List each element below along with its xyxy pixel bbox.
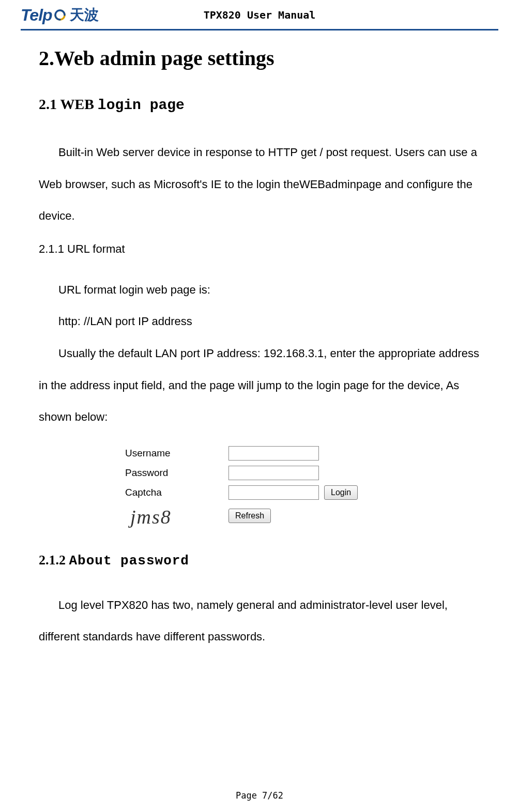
form-row-captcha: Captcha Login: [125, 485, 394, 500]
form-row-username: Username: [125, 446, 394, 461]
heading-212-mono: About password: [69, 553, 189, 569]
logo-text-main: Telp: [21, 6, 52, 25]
heading-2-1-mono: login page: [98, 97, 185, 113]
section-212: 2.1.2 About password Log level TPX820 ha…: [39, 553, 480, 653]
page-header: Telp 天波 TPX820 User Manual: [0, 0, 519, 29]
heading-212-prefix: 2.1.2: [39, 553, 69, 568]
header-title: TPX820 User Manual: [204, 9, 316, 21]
captcha-input[interactable]: [228, 485, 319, 500]
captcha-label: Captcha: [125, 487, 228, 498]
paragraph-url-2: http: //LAN port IP address: [39, 305, 480, 338]
form-row-password: Password: [125, 466, 394, 480]
login-form-screenshot: Username Password Captcha Login jms8 Ref…: [125, 446, 394, 527]
heading-2-1-prefix: 2.1 WEB: [39, 96, 98, 112]
heading-212: 2.1.2 About password: [39, 553, 480, 569]
logo-swirl-icon: [53, 8, 67, 22]
paragraph-password: Log level TPX820 has two, namely general…: [39, 589, 480, 653]
logo: Telp 天波: [21, 5, 99, 25]
heading-2-1: 2.1 WEB login page: [39, 96, 480, 113]
login-button[interactable]: Login: [324, 485, 358, 500]
username-input[interactable]: [228, 446, 319, 461]
captcha-image: jms8: [125, 505, 228, 527]
logo-text-cn: 天波: [70, 5, 99, 25]
paragraph-url-3: Usually the default LAN port IP address:…: [39, 338, 480, 433]
heading-1: 2.Web admin page settings: [39, 46, 480, 70]
password-label: Password: [125, 467, 228, 479]
paragraph-url-1: URL format login web page is:: [39, 274, 480, 306]
page-content: 2.Web admin page settings 2.1 WEB login …: [0, 30, 519, 653]
paragraph-intro: Built-in Web server device in response t…: [39, 136, 480, 232]
refresh-button[interactable]: Refresh: [228, 509, 271, 523]
username-label: Username: [125, 448, 228, 459]
subheading-211: 2.1.1 URL format: [39, 242, 480, 256]
captcha-refresh-row: jms8 Refresh: [125, 505, 394, 527]
page-footer: Page 7/62: [236, 790, 283, 801]
password-input[interactable]: [228, 466, 319, 480]
